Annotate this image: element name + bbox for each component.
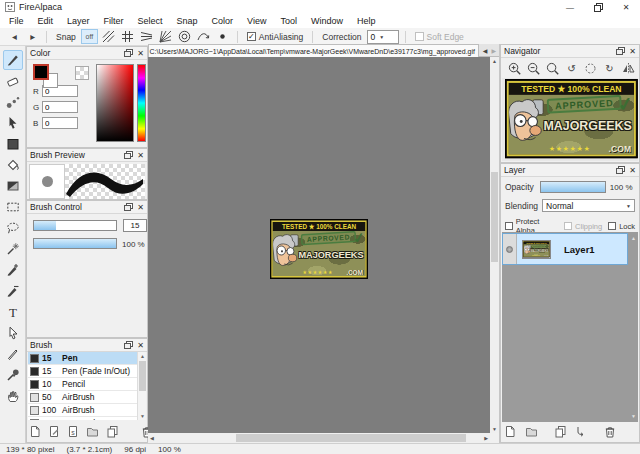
- menu-tool[interactable]: Tool: [273, 14, 304, 28]
- menu-view[interactable]: View: [240, 14, 273, 28]
- scroll-up-icon[interactable]: ▲: [138, 353, 147, 359]
- duplicate-layer-button[interactable]: [553, 425, 567, 439]
- canvas-tab[interactable]: mg_approved.gif - C:\Users\MAJORG~1\AppD…: [148, 44, 479, 57]
- hand-tool-button[interactable]: [3, 386, 23, 406]
- menu-edit[interactable]: Edit: [31, 14, 61, 28]
- undo-button[interactable]: ◀|: [6, 30, 22, 44]
- select-eraser-tool-button[interactable]: [3, 281, 23, 301]
- lock-checkbox[interactable]: Lock: [608, 222, 635, 231]
- close-button[interactable]: ✕: [612, 0, 640, 14]
- scroll-left-icon[interactable]: ◀: [150, 435, 154, 441]
- snap-crisscross-button[interactable]: [119, 29, 136, 44]
- brush-item[interactable]: 10Pencil: [28, 378, 137, 391]
- duplicate-brush-button[interactable]: [106, 425, 119, 439]
- correction-dropdown[interactable]: 0 ▼: [367, 30, 399, 44]
- layer-item[interactable]: TESTED ★ 100% CLEAN APPROVED ✓ MAJORGEEK…: [502, 233, 628, 265]
- float-panel-icon[interactable]: [124, 49, 133, 57]
- flip-horizontal-button[interactable]: [620, 61, 637, 77]
- menu-help[interactable]: Help: [350, 14, 383, 28]
- brush-item[interactable]: 100AirBrush: [28, 404, 137, 417]
- brush-size-value[interactable]: 15: [123, 219, 147, 232]
- foreground-color-swatch[interactable]: [33, 64, 49, 80]
- close-panel-icon[interactable]: ✕: [137, 341, 144, 350]
- brush-tool-button[interactable]: [3, 50, 23, 70]
- menu-select[interactable]: Select: [131, 14, 170, 28]
- float-panel-icon[interactable]: [124, 341, 133, 349]
- snap-curve-button[interactable]: [195, 29, 212, 44]
- lasso-tool-button[interactable]: [3, 218, 23, 238]
- transparent-color-swatch[interactable]: [75, 66, 89, 80]
- script-brush-button[interactable]: s: [67, 425, 79, 439]
- b-input[interactable]: [42, 117, 78, 129]
- close-panel-icon[interactable]: ✕: [629, 47, 636, 56]
- menu-color[interactable]: Color: [205, 14, 241, 28]
- clipping-checkbox[interactable]: Clipping: [564, 222, 602, 231]
- snap-off-button[interactable]: off: [81, 29, 98, 44]
- curve-tool-button[interactable]: [3, 344, 23, 364]
- antialiasing-checkbox[interactable]: ✓ AntiAliasing: [247, 32, 303, 42]
- saturation-value-picker[interactable]: [96, 64, 134, 142]
- hue-slider[interactable]: [137, 64, 146, 142]
- brush-opacity-slider[interactable]: [33, 238, 117, 249]
- soft-edge-checkbox[interactable]: Soft Edge: [415, 32, 464, 42]
- tab-scroll-right-button[interactable]: ▶: [491, 47, 496, 54]
- select-pen-tool-button[interactable]: [3, 260, 23, 280]
- brush-folder-button[interactable]: [86, 425, 99, 439]
- scroll-down-icon[interactable]: ▼: [492, 426, 497, 432]
- close-panel-icon[interactable]: ✕: [137, 151, 144, 160]
- canvas-vertical-scrollbar[interactable]: ▲ ▼: [490, 57, 499, 433]
- canvas-surface[interactable]: TESTED ★ 100% CLEAN APPROVED ✓ MAJORGEEK…: [148, 57, 490, 433]
- scrollbar-thumb[interactable]: [491, 172, 498, 262]
- close-panel-icon[interactable]: ✕: [137, 203, 144, 212]
- scrollbar-thumb[interactable]: [236, 434, 466, 442]
- select-tool-button[interactable]: [3, 197, 23, 217]
- snap-vanishing-point-button[interactable]: [138, 29, 155, 44]
- float-panel-icon[interactable]: [124, 203, 133, 211]
- edit-brush-button[interactable]: [48, 425, 60, 439]
- blending-dropdown[interactable]: Normal ▼: [542, 199, 635, 212]
- menu-snap[interactable]: Snap: [170, 14, 205, 28]
- g-input[interactable]: [42, 101, 78, 113]
- menu-file[interactable]: File: [2, 14, 31, 28]
- rotate-ccw-button[interactable]: ↺: [563, 61, 580, 77]
- move-tool-button[interactable]: [3, 113, 23, 133]
- eraser-tool-button[interactable]: [3, 71, 23, 91]
- navigator-preview[interactable]: TESTED ★ 100% CLEAN APPROVED ✓ MAJORGEEK…: [502, 78, 638, 161]
- brush-size-slider[interactable]: [33, 220, 117, 231]
- menu-layer[interactable]: Layer: [60, 14, 97, 28]
- brush-list-scrollbar[interactable]: ▲ ▼: [137, 352, 146, 420]
- float-panel-icon[interactable]: [124, 151, 133, 159]
- scroll-up-icon[interactable]: ▲: [492, 58, 497, 64]
- float-panel-icon[interactable]: [616, 47, 625, 55]
- gradient-tool-button[interactable]: [3, 176, 23, 196]
- brush-item[interactable]: 50AirBrush: [28, 391, 137, 404]
- snap-parallel-button[interactable]: [100, 29, 117, 44]
- brush-item[interactable]: 80Watercolor: [28, 417, 137, 420]
- zoom-in-button[interactable]: [506, 61, 523, 77]
- scroll-right-icon[interactable]: ▶: [484, 435, 488, 441]
- scrollbar-thumb[interactable]: [139, 361, 146, 391]
- brush-item[interactable]: 15Pen (Fade In/Out): [28, 365, 137, 378]
- zoom-out-button[interactable]: [525, 61, 542, 77]
- magic-wand-tool-button[interactable]: [3, 239, 23, 259]
- snap-radial-button[interactable]: [157, 29, 174, 44]
- text-tool-button[interactable]: T: [3, 302, 23, 322]
- scroll-up-icon[interactable]: ▲: [631, 235, 636, 241]
- bucket-tool-button[interactable]: [3, 155, 23, 175]
- redo-button[interactable]: |▶: [24, 30, 40, 44]
- add-brush-button[interactable]: [29, 425, 41, 439]
- close-panel-icon[interactable]: ✕: [629, 166, 636, 175]
- operation-tool-button[interactable]: [3, 323, 23, 343]
- minimize-button[interactable]: —: [556, 0, 584, 14]
- add-layer-button[interactable]: [503, 425, 517, 439]
- canvas-horizontal-scrollbar[interactable]: ◀ ▶: [148, 433, 490, 443]
- close-panel-icon[interactable]: ✕: [137, 49, 144, 58]
- scroll-down-icon[interactable]: ▼: [138, 413, 147, 419]
- zoom-reset-button[interactable]: [544, 61, 561, 77]
- maximize-button[interactable]: [584, 0, 612, 14]
- rotate-cw-button[interactable]: ↻: [601, 61, 618, 77]
- float-panel-icon[interactable]: [616, 166, 625, 174]
- fill-tool-button[interactable]: [3, 134, 23, 154]
- brush-item[interactable]: 15Pen: [28, 352, 137, 365]
- snap-point-button[interactable]: [214, 29, 231, 44]
